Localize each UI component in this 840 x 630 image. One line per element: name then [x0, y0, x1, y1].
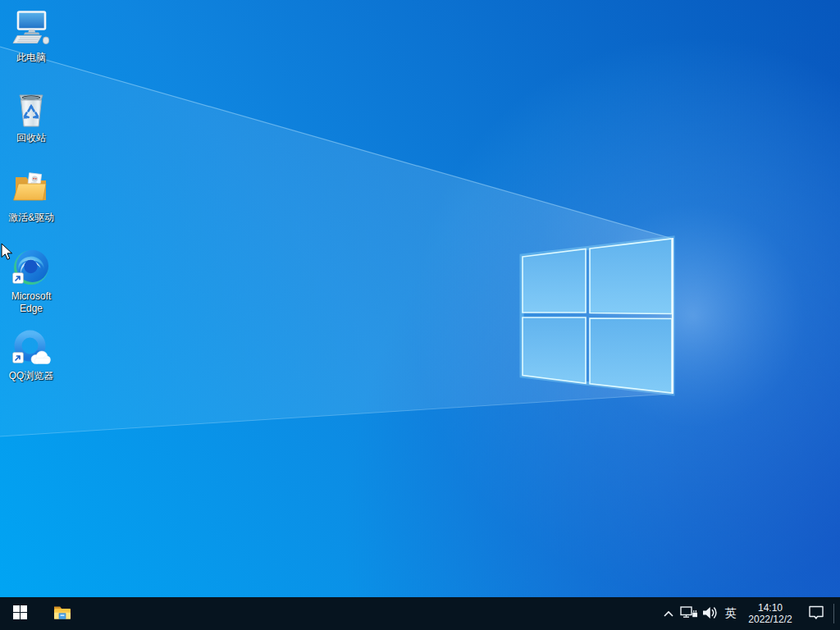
desktop-icon-recycle-bin[interactable]: 回收站 — [2, 90, 61, 144]
ime-indicator[interactable]: 英 — [719, 597, 742, 630]
taskbar-clock[interactable]: 14:10 2022/12/2 — [742, 597, 799, 630]
recycle-bin-icon — [11, 90, 51, 130]
file-explorer-icon — [52, 603, 72, 625]
ethernet-icon — [680, 605, 698, 622]
taskbar-file-explorer-button[interactable] — [43, 597, 82, 630]
chevron-up-icon — [663, 608, 674, 620]
clock-date: 2022/12/2 — [748, 614, 792, 625]
desktop-icon-label: 激活&驱动 — [8, 212, 54, 224]
notification-icon — [808, 605, 824, 623]
desktop-icon-label: 此电脑 — [16, 52, 46, 64]
qq-browser-icon — [11, 328, 51, 368]
desktop-icon-label: QQ浏览器 — [9, 370, 54, 382]
shortcut-arrow-icon — [12, 352, 24, 367]
windows-logo-icon — [13, 605, 27, 622]
monitor-icon — [11, 10, 51, 49]
action-center-button[interactable] — [799, 597, 833, 630]
speaker-icon — [701, 605, 718, 623]
volume-button[interactable] — [699, 597, 719, 630]
system-tray: 英 14:10 2022/12/2 — [659, 597, 840, 630]
show-hidden-icons-button[interactable] — [659, 597, 678, 630]
desktop-icon-label: Microsoft Edge — [2, 290, 61, 315]
open-folder-icon — [11, 170, 51, 209]
desktop-icon-microsoft-edge[interactable]: Microsoft Edge — [2, 249, 61, 315]
ime-language-label: 英 — [725, 606, 737, 621]
network-status-button[interactable] — [678, 597, 699, 630]
desktop-wallpaper — [0, 0, 840, 630]
shortcut-arrow-icon — [12, 272, 24, 287]
start-button[interactable] — [0, 597, 39, 630]
desktop-icon-activation-driver[interactable]: 激活&驱动 — [2, 170, 61, 224]
edge-browser-icon — [11, 249, 51, 288]
taskbar: 英 14:10 2022/12/2 — [0, 597, 840, 630]
desktop-icon-this-pc[interactable]: 此电脑 — [2, 10, 61, 64]
desktop-icon-qq-browser[interactable]: QQ浏览器 — [2, 328, 61, 382]
show-desktop-button[interactable] — [834, 597, 840, 630]
desktop-icon-label: 回收站 — [16, 132, 46, 144]
clock-time: 14:10 — [758, 602, 783, 614]
